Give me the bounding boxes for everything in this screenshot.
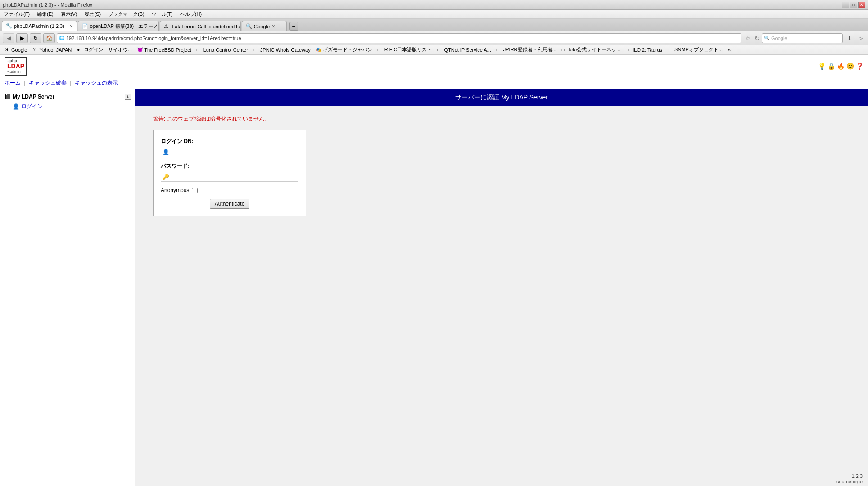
login-form-box: ログイン DN: 👤 パスワード: 🔑 Anonymou (153, 130, 306, 216)
menu-view[interactable]: 表示(V) (59, 10, 79, 18)
password-icon: 🔑 (163, 174, 169, 180)
search-text: Google (771, 36, 787, 41)
tab-0-favicon: 🔧 (6, 23, 12, 29)
maximize-button[interactable]: □ (850, 2, 857, 8)
reload-button[interactable]: ↻ (30, 33, 41, 43)
window-controls: _ □ ✕ (842, 2, 865, 8)
password-input[interactable] (161, 172, 298, 182)
bookmark-jpnic[interactable]: □JPNIC Whois Gateway (252, 46, 312, 54)
browser-title-bar: phpLDAPadmin (1.2.3) - - Mozilla Firefox… (0, 0, 868, 10)
bookmark-rfc-icon: □ (378, 47, 383, 53)
help-icon[interactable]: ❓ (856, 63, 863, 70)
anonymous-checkbox[interactable] (192, 188, 198, 194)
bookmarks-bar: GGoogle YYahoo! JAPAN ●ログイン - サイボウ... 😈T… (0, 45, 868, 55)
menu-file[interactable]: ファイル(F) (2, 10, 32, 18)
bookmark-rfc[interactable]: □R F C日本語版リスト (376, 46, 434, 54)
sidebar-login-item[interactable]: 👤 ログイン (13, 103, 131, 110)
sidebar-server-name: My LDAP Server (13, 94, 54, 100)
login-dn-input-wrapper: 👤 (161, 147, 298, 157)
refresh-icon[interactable]: ↻ (755, 35, 760, 42)
bookmark-yahoo-icon: Y (32, 47, 38, 53)
bookmark-freebsd[interactable]: 😈The FreeBSD Project (136, 46, 193, 54)
bookmark-star[interactable]: ☆ (745, 35, 751, 42)
tab-1[interactable]: 📄 openLDAP 構築(38) - エラーメッ... ✕ (78, 21, 159, 32)
bookmark-toto[interactable]: □toto公式サイトーネッ... (560, 46, 623, 54)
nav-clear-cache[interactable]: キャッシュ破棄 (29, 80, 67, 86)
nav-home[interactable]: ホーム (5, 80, 21, 86)
lock-icon[interactable]: 🔒 (827, 63, 835, 70)
sidebar: 🖥 My LDAP Server + 👤 ログイン (0, 89, 135, 486)
logo-php-text: =php (7, 58, 24, 63)
bookmark-ilo[interactable]: □ILO 2: Taurus (624, 46, 664, 54)
tab-1-favicon: 📄 (82, 23, 88, 30)
address-text: 192.168.10.94/ldapadmin/cmd.php?cmd=logi… (66, 36, 241, 41)
bookmark-gizmodo[interactable]: 🎭ギズモード・ジャパン (314, 46, 374, 54)
home-button[interactable]: 🏠 (43, 33, 55, 43)
app-nav: ホーム | キャッシュ破棄 | キャッシュの表示 (0, 77, 868, 89)
menu-tools[interactable]: ツール(T) (150, 10, 175, 18)
content-area: サーバーに認証 My LDAP Server 警告: このウェブ接続は暗号化され… (135, 89, 868, 486)
tab-3-label: Google (254, 24, 270, 29)
smile-icon[interactable]: 😊 (846, 63, 854, 70)
bookmark-qtnet-icon: □ (437, 47, 443, 53)
minimize-button[interactable]: _ (842, 2, 849, 8)
forward-button[interactable]: ▶ (16, 33, 28, 43)
bulb-icon[interactable]: 💡 (818, 63, 826, 70)
back-button[interactable]: ◀ (3, 33, 14, 43)
tab-3[interactable]: 🔍 Google ✕ (242, 21, 287, 32)
tab-0[interactable]: 🔧 phpLDAPadmin (1.2.3) - ✕ (2, 21, 77, 32)
logo-admin-text: =admin (7, 69, 24, 74)
bookmark-snmp[interactable]: □SNMPオブジェクト... (666, 46, 724, 54)
server-icon: 🖥 (4, 93, 11, 101)
menu-edit[interactable]: 編集(E) (35, 10, 55, 18)
login-person-icon: 👤 (13, 104, 19, 110)
bookmark-qtnet[interactable]: □QTNet IP Service A... (435, 46, 493, 54)
close-button[interactable]: ✕ (858, 2, 865, 8)
tab-0-close[interactable]: ✕ (69, 24, 73, 29)
sidebar-login-link[interactable]: ログイン (21, 103, 43, 110)
login-dn-label: ログイン DN: (161, 138, 298, 145)
menu-bookmarks[interactable]: ブックマーク(B) (106, 10, 146, 18)
version-text: 1.2.3 (836, 473, 863, 479)
search-engine-icon: 🔍 (764, 36, 769, 40)
bookmark-gizmodo-icon: 🎭 (316, 47, 321, 53)
bookmark-login[interactable]: ●ログイン - サイボウ... (75, 46, 134, 54)
bookmark-login-icon: ● (77, 47, 82, 53)
downloads-button[interactable]: ⬇ (845, 33, 854, 43)
login-dn-group: ログイン DN: 👤 (161, 138, 298, 157)
sidebar-server[interactable]: 🖥 My LDAP Server + (4, 93, 131, 101)
bookmark-snmp-icon: □ (668, 47, 673, 53)
search-bar[interactable]: 🔍 Google (762, 33, 843, 43)
bookmarks-more[interactable]: » (726, 47, 732, 53)
bookmark-luna[interactable]: □Luna Control Center (195, 46, 250, 54)
bookmark-freebsd-icon: 😈 (137, 47, 143, 53)
password-label: パスワード: (161, 162, 298, 170)
bookmark-google[interactable]: GGoogle (3, 46, 29, 54)
bookmark-ilo-icon: □ (626, 47, 631, 53)
new-tab-button[interactable]: + (289, 22, 298, 31)
anonymous-row: Anonymous (161, 187, 298, 194)
nav-show-cache[interactable]: キャッシュの表示 (75, 80, 118, 86)
bookmark-jpirr[interactable]: □JPIRR登録者・利用者... (495, 46, 558, 54)
app-header: =php LDAP =admin 💡 🔒 🔥 😊 ❓ (0, 55, 868, 77)
sidebar-expand-button[interactable]: + (125, 94, 131, 100)
address-bar[interactable]: 🌐 192.168.10.94/ldapadmin/cmd.php?cmd=lo… (57, 33, 741, 43)
tab-3-close[interactable]: ✕ (271, 24, 275, 29)
password-group: パスワード: 🔑 (161, 162, 298, 182)
login-form-wrapper: 警告: このウェブ接続は暗号化されていません。 ログイン DN: 👤 パスワード… (135, 106, 868, 225)
bookmark-jpnic-icon: □ (253, 47, 259, 53)
tab-2[interactable]: ⚠ Fatal error: Call to undefined fun... … (160, 21, 241, 32)
menu-history[interactable]: 履歴(S) (82, 10, 103, 18)
bookmark-yahoo[interactable]: YYahoo! JAPAN (31, 46, 73, 54)
nav-extra-btn-2[interactable]: ▷ (855, 33, 865, 43)
bookmark-luna-icon: □ (197, 47, 202, 53)
authenticate-button[interactable]: Authenticate (210, 199, 250, 209)
flame-icon[interactable]: 🔥 (837, 63, 845, 70)
tab-3-favicon: 🔍 (246, 23, 252, 30)
login-dn-input[interactable] (161, 147, 298, 157)
warning-message: 警告: このウェブ接続は暗号化されていません。 (153, 115, 850, 123)
menu-help[interactable]: ヘルプ(H) (178, 10, 203, 18)
anonymous-label: Anonymous (161, 187, 189, 194)
bookmark-google-icon: G (5, 47, 10, 53)
tab-2-label: Fatal error: Call to undefined fun... (172, 24, 241, 29)
